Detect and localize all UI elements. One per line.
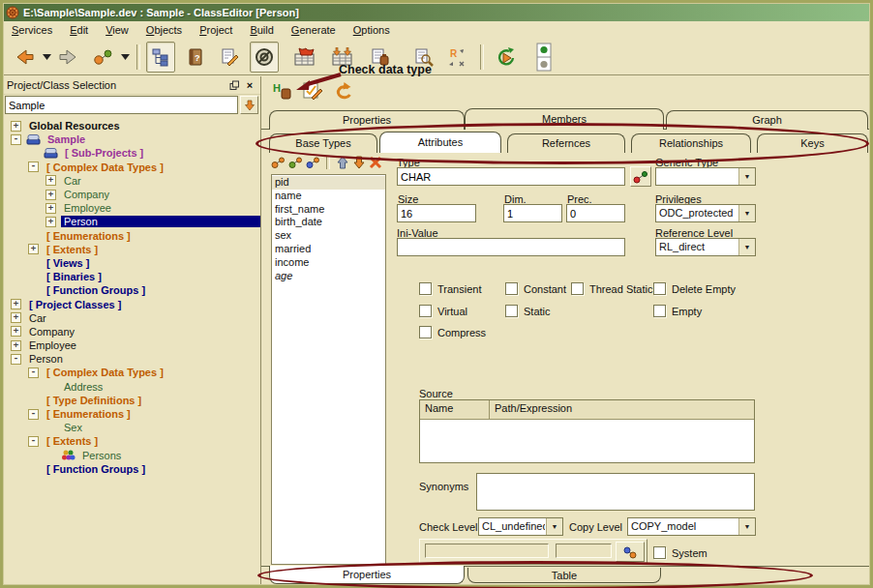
tree-expander-icon[interactable]: - bbox=[28, 409, 39, 420]
menu-item-project[interactable]: Project bbox=[191, 22, 241, 38]
close-panel-icon[interactable]: × bbox=[243, 79, 256, 92]
checkbox-transient[interactable]: Transient bbox=[419, 282, 481, 295]
source-table-body[interactable] bbox=[420, 420, 754, 462]
dim-input[interactable] bbox=[503, 204, 562, 222]
class-editor-toggle-icon[interactable] bbox=[250, 42, 279, 73]
menu-item-services[interactable]: Services bbox=[3, 22, 61, 38]
float-panel-icon[interactable] bbox=[227, 79, 241, 92]
dropdown-arrow-icon[interactable]: ▼ bbox=[546, 518, 562, 535]
tree-item-complex-data-types[interactable]: -[ Complex Data Types ] bbox=[3, 366, 260, 379]
checkbox-box[interactable] bbox=[653, 546, 666, 559]
check-in-document-icon[interactable] bbox=[367, 43, 394, 72]
checkbox-virtual[interactable]: Virtual bbox=[419, 305, 467, 317]
edit-document-icon[interactable] bbox=[216, 43, 243, 72]
report-view-icon[interactable] bbox=[410, 43, 437, 72]
checkbox-box[interactable] bbox=[419, 326, 432, 338]
check-level-dropdown[interactable]: CL_undefined▼ bbox=[478, 517, 563, 536]
checkbox-constant[interactable]: Constant bbox=[505, 282, 566, 295]
tree-item-car[interactable]: +Car bbox=[3, 311, 260, 325]
tree-item-address[interactable]: Address bbox=[3, 380, 260, 394]
tree-expander-icon[interactable]: - bbox=[11, 134, 21, 145]
back-arrow-icon[interactable] bbox=[12, 43, 39, 72]
reference-level-dropdown[interactable]: RL_direct▼ bbox=[655, 238, 756, 256]
tree-item-person[interactable]: -Person bbox=[3, 352, 260, 366]
tree-item-binaries[interactable]: [ Binaries ] bbox=[3, 270, 260, 283]
panel-splitter[interactable] bbox=[260, 76, 261, 585]
class-book-icon[interactable]: ? bbox=[182, 43, 209, 72]
tree-item-persons[interactable]: Persons bbox=[3, 449, 260, 462]
checkbox-box[interactable] bbox=[419, 282, 432, 295]
checkbox-compress[interactable]: Compress bbox=[419, 326, 486, 338]
tree-expander-icon[interactable]: + bbox=[45, 203, 56, 214]
tree-item-car[interactable]: +Car bbox=[3, 174, 260, 188]
checkbox-delete-empty[interactable]: Delete Empty bbox=[653, 282, 736, 295]
tree-item-enumerations[interactable]: [ Enumerations ] bbox=[3, 229, 260, 243]
dropdown-arrow-icon[interactable]: ▼ bbox=[738, 205, 755, 221]
ini-value-input[interactable] bbox=[397, 238, 625, 256]
run-generate-icon[interactable] bbox=[493, 43, 520, 72]
dropdown-arrow-icon[interactable]: ▼ bbox=[738, 168, 755, 185]
checkbox-box[interactable] bbox=[571, 282, 584, 295]
bottomtab-table[interactable]: Table bbox=[467, 568, 661, 583]
export-schema-icon[interactable] bbox=[329, 43, 356, 72]
tree-item-global-resources[interactable]: +Global Resources bbox=[3, 119, 260, 132]
checkbox-thread-static[interactable]: Thread Static bbox=[571, 282, 652, 295]
tree-expander-icon[interactable]: + bbox=[11, 299, 21, 309]
tree-expander-icon[interactable]: + bbox=[11, 340, 21, 351]
select-type-button[interactable] bbox=[630, 166, 651, 187]
checkbox-box[interactable] bbox=[653, 305, 666, 317]
index-field-1[interactable] bbox=[425, 544, 549, 558]
tree-item-sex[interactable]: Sex bbox=[3, 421, 260, 434]
tree-expander-icon[interactable]: + bbox=[45, 175, 56, 186]
copy-level-dropdown[interactable]: COPY_model▼ bbox=[627, 517, 756, 536]
prec-input[interactable] bbox=[566, 204, 625, 222]
tree-expander-icon[interactable]: + bbox=[28, 244, 39, 254]
tree-expander-icon[interactable]: - bbox=[11, 354, 21, 365]
tree-item-complex-data-types[interactable]: -[ Complex Data Types ] bbox=[3, 161, 260, 174]
checkbox-box[interactable] bbox=[505, 305, 518, 317]
checkbox-empty[interactable]: Empty bbox=[653, 305, 702, 317]
tree-expander-icon[interactable]: + bbox=[11, 326, 21, 337]
menu-item-build[interactable]: Build bbox=[241, 22, 282, 38]
tree-item-extents[interactable]: +[ Extents ] bbox=[3, 243, 260, 256]
link-dropdown-icon[interactable] bbox=[119, 43, 131, 72]
tree-item-company[interactable]: +Company bbox=[3, 188, 260, 201]
synonyms-textarea[interactable] bbox=[476, 473, 755, 511]
tree-item-enumerations[interactable]: -[ Enumerations ] bbox=[3, 407, 260, 421]
forward-arrow-icon[interactable] bbox=[54, 43, 81, 72]
generic-type-dropdown[interactable]: ▼ bbox=[655, 167, 756, 186]
tree-item-employee[interactable]: +Employee bbox=[3, 338, 260, 352]
checkbox-box[interactable] bbox=[653, 282, 666, 295]
tree-item-company[interactable]: +Company bbox=[3, 325, 260, 338]
source-column-name[interactable]: Name bbox=[420, 400, 490, 419]
tree-expander-icon[interactable]: - bbox=[28, 436, 39, 447]
tree-item-views[interactable]: [ Views ] bbox=[3, 256, 260, 270]
tree-expander-icon[interactable]: + bbox=[45, 190, 56, 200]
tree-item-employee[interactable]: +Employee bbox=[3, 201, 260, 215]
dropdown-arrow-icon[interactable]: ▼ bbox=[738, 239, 755, 255]
back-dropdown-icon[interactable] bbox=[41, 43, 52, 72]
online-status-icon[interactable] bbox=[530, 41, 557, 74]
class-link-molecule-icon[interactable] bbox=[90, 43, 117, 72]
tree-item-extents[interactable]: -[ Extents ] bbox=[3, 434, 260, 448]
tree-expander-icon[interactable]: - bbox=[28, 368, 39, 378]
rename-refactor-icon[interactable]: R bbox=[444, 43, 471, 72]
checkbox-static[interactable]: Static bbox=[505, 305, 551, 317]
tree-item-function-groups[interactable]: [ Function Groups ] bbox=[3, 283, 260, 297]
tree-item-sample[interactable]: -Sample bbox=[3, 132, 260, 146]
dropdown-arrow-icon[interactable]: ▼ bbox=[738, 518, 755, 535]
tree-item-project-classes[interactable]: +[ Project Classes ] bbox=[3, 297, 260, 310]
import-schema-icon[interactable] bbox=[291, 43, 318, 72]
menu-item-options[interactable]: Options bbox=[345, 22, 399, 38]
checkbox-system[interactable]: System bbox=[653, 546, 707, 559]
menu-item-view[interactable]: View bbox=[97, 22, 137, 38]
class-tree-toggle-icon[interactable] bbox=[146, 42, 175, 73]
index-field-2[interactable] bbox=[556, 544, 612, 558]
filter-dropdown-button[interactable] bbox=[240, 96, 258, 114]
privileges-dropdown[interactable]: ODC_protected▼ bbox=[655, 204, 756, 222]
menu-item-objects[interactable]: Objects bbox=[137, 22, 191, 38]
class-filter-input[interactable] bbox=[5, 96, 238, 114]
type-input[interactable] bbox=[397, 167, 625, 186]
menu-item-generate[interactable]: Generate bbox=[283, 22, 345, 38]
checkbox-box[interactable] bbox=[419, 305, 432, 317]
